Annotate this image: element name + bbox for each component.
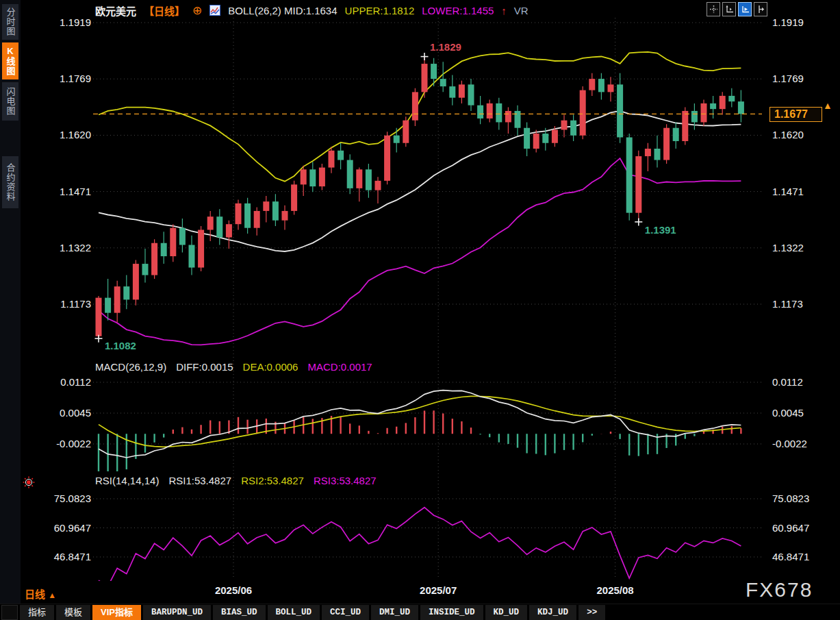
high-price-annotation: 1.1829	[430, 41, 461, 53]
macd-axis-label-right: -0.0022	[772, 438, 807, 450]
period-badge[interactable]: 【日线】	[144, 3, 185, 18]
macd-axis-label-left: -0.0022	[21, 438, 91, 450]
symbol-name: 欧元美元	[95, 3, 136, 18]
tab-cciud[interactable]: CCI_UD	[322, 605, 369, 620]
tab-kdud[interactable]: KD_UD	[485, 605, 528, 620]
price-axis-label-right: 1.1471	[772, 186, 804, 198]
boll-lower-label: LOWER:1.1455	[422, 5, 494, 16]
price-flag-icon: ▲	[823, 100, 832, 111]
tab-biasud[interactable]: BIAS_UD	[213, 605, 266, 620]
sidebar-item-4[interactable]: 合约资料	[2, 156, 18, 208]
axis-scale-left-icon[interactable]	[722, 2, 736, 16]
macd-diff-value: DIFF:0.0015	[176, 361, 233, 373]
tab-[interactable]: 模板	[56, 605, 90, 620]
top-legend-bar: 欧元美元 【日线】 ⊕ BOLL(26,2) MID:1.1634 UPPER:…	[95, 3, 529, 18]
rsi-name-label: RSI(14,14,14)	[95, 475, 159, 486]
macd-macd-value: MACD:0.0017	[307, 361, 372, 373]
price-axis-label-right: 1.1919	[772, 16, 804, 29]
macd-legend: MACD(26,12,9) DIFF:0.0015 DEA:0.0006 MAC…	[95, 361, 372, 373]
axis-scale-auto-icon[interactable]	[738, 2, 752, 16]
price-axis-label-right: 1.1620	[772, 129, 804, 141]
alert-icon[interactable]	[23, 476, 35, 488]
price-axis-label-right: 1.1769	[772, 73, 804, 85]
tab-barupdnud[interactable]: BARUPDN_UD	[143, 605, 211, 620]
rsi-axis-label-right: 46.8471	[772, 551, 809, 563]
rsi3-value: RSI3:53.4827	[314, 475, 377, 486]
price-axis-label-left: 1.1919	[21, 16, 91, 29]
current-price-tag: 1.1677	[769, 107, 822, 122]
tab-bollud[interactable]: BOLL_UD	[268, 605, 320, 620]
x-axis-date-label: 2025/08	[585, 584, 646, 596]
crosshair-icon[interactable]	[707, 2, 720, 16]
price-axis-label-left: 1.1620	[21, 129, 91, 141]
tab-dmiud[interactable]: DMI_UD	[371, 605, 418, 620]
chart-type-icon[interactable]	[209, 5, 220, 16]
price-axis-label-left: 1.1173	[21, 298, 91, 310]
bottom-tab-bar: 指标模板VIP指标BARUPDN_UDBIAS_UDBOLL_UDCCI_UDD…	[0, 604, 840, 620]
tab-[interactable]: 指标	[20, 605, 54, 620]
macd-name-label: MACD(26,12,9)	[95, 361, 166, 373]
macd-axis-label-right: 0.0045	[772, 407, 804, 419]
tab-vip[interactable]: VIP指标	[92, 605, 141, 620]
aug-low-annotation: 1.1391	[645, 224, 676, 236]
sidebar-item-2[interactable]: K线图	[2, 42, 18, 79]
left-sidebar: 分时图K线图闪电图合约资料	[0, 0, 21, 620]
up-arrow-icon: ↑	[501, 5, 507, 16]
price-axis-label-right: 1.1173	[772, 298, 803, 310]
vr-indicator-label: VR	[514, 5, 529, 16]
rsi-axis-label-right: 75.0823	[772, 493, 809, 505]
rsi2-value: RSI2:53.4827	[241, 475, 304, 486]
x-axis-date-label: 2025/07	[407, 584, 469, 596]
rsi-legend: RSI(14,14,14) RSI1:53.4827 RSI2:53.4827 …	[95, 475, 377, 486]
price-axis-label-right: 1.1322	[772, 242, 804, 254]
macd-axis-label-left: 0.0045	[21, 407, 91, 419]
tab-blank[interactable]	[1, 605, 18, 620]
chart-application: 分时图K线图闪电图合约资料 欧元美元 【日线】 ⊕ BOLL(26,2) MID…	[0, 0, 840, 620]
rsi-axis-label-right: 60.9647	[772, 522, 809, 534]
may-low-annotation: 1.1082	[105, 340, 136, 351]
period-selector[interactable]: 日线 ▲	[25, 586, 56, 601]
add-indicator-icon[interactable]: ⊕	[192, 5, 202, 16]
sidebar-item-3[interactable]: 闪电图	[2, 82, 18, 121]
boll-mid-label: BOLL(26,2) MID:1.1634	[228, 5, 337, 16]
tab-insideud[interactable]: INSIDE_UD	[420, 605, 483, 620]
tab-kdjud[interactable]: KDJ_UD	[529, 605, 576, 620]
triangle-up-icon: ▲	[48, 591, 56, 600]
boll-upper-label: UPPER:1.1812	[345, 5, 415, 16]
macd-axis-label-right: 0.0112	[772, 376, 803, 388]
macd-axis-label-left: 0.0112	[21, 376, 91, 388]
rsi-axis-label-left: 60.9647	[21, 522, 91, 534]
rsi-axis-label-left: 46.8471	[21, 551, 91, 563]
x-axis-date-label: 2025/06	[203, 584, 264, 596]
rsi-axis-label-left: 75.0823	[21, 493, 91, 505]
chart-canvas[interactable]	[0, 0, 840, 620]
sidebar-item-1[interactable]: 分时图	[2, 4, 18, 40]
rsi1-value: RSI1:53.4827	[168, 475, 231, 486]
price-axis-label-left: 1.1322	[21, 242, 91, 254]
tab-[interactable]: >>	[578, 605, 605, 620]
axis-shift-right-icon[interactable]	[754, 2, 767, 16]
watermark: FX678	[746, 578, 813, 602]
price-axis-label-left: 1.1769	[21, 73, 91, 85]
price-axis-label-left: 1.1471	[21, 186, 91, 198]
macd-dea-value: DEA:0.0006	[243, 361, 298, 373]
chart-toolbar	[707, 2, 767, 16]
